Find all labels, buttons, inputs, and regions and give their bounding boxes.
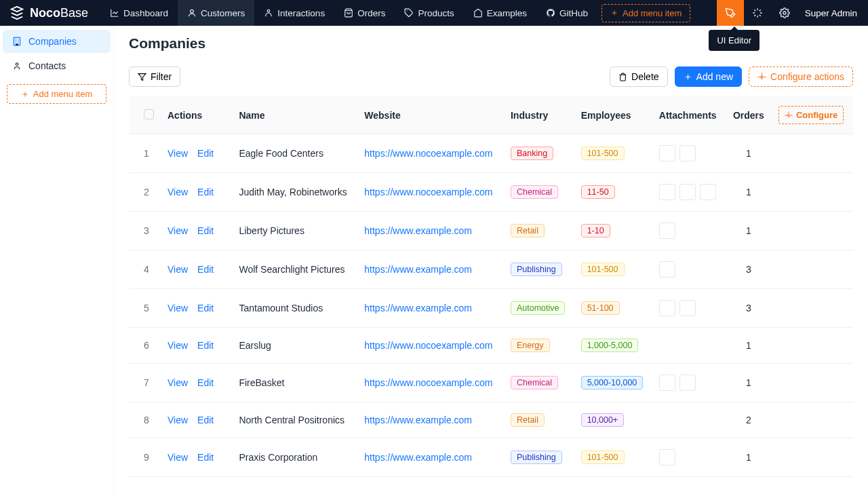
- table-row: 6 ViewEdit Earslug https://www.nocoexamp…: [129, 328, 853, 364]
- brand-logo[interactable]: NocoBase: [0, 5, 100, 20]
- attachment-thumb[interactable]: [659, 449, 675, 465]
- row-attachments: [652, 289, 726, 328]
- ui-editor-button[interactable]: [717, 0, 744, 26]
- view-link[interactable]: View: [167, 264, 188, 275]
- attachment-thumb[interactable]: [679, 184, 696, 200]
- view-link[interactable]: View: [167, 415, 188, 425]
- tooltip: UI Editor: [709, 30, 760, 51]
- svg-point-0: [191, 9, 194, 13]
- website-link[interactable]: https://www.nocoexample.com: [364, 187, 492, 197]
- sidebar-item-companies[interactable]: Companies: [3, 30, 111, 53]
- col-employees: Employees: [574, 96, 652, 134]
- top-nav: DashboardCustomersInteractionsOrdersProd…: [100, 0, 597, 26]
- plugins-button[interactable]: [744, 0, 771, 26]
- row-number: 5: [129, 289, 161, 328]
- edit-link[interactable]: Edit: [197, 340, 214, 351]
- gear-icon: [757, 73, 766, 81]
- sidebar-item-contacts[interactable]: Contacts: [3, 54, 111, 77]
- attachment-thumb[interactable]: [659, 300, 675, 316]
- row-number: 9: [129, 438, 161, 477]
- edit-link[interactable]: Edit: [197, 187, 214, 197]
- website-link[interactable]: https://www.example.com: [364, 264, 472, 275]
- attachment-thumb[interactable]: [659, 184, 675, 200]
- nav-orders[interactable]: Orders: [334, 0, 395, 26]
- user-icon: [187, 8, 197, 18]
- row-employees: 10,000+: [574, 402, 652, 438]
- row-actions: ViewEdit: [161, 134, 232, 173]
- view-link[interactable]: View: [167, 225, 188, 236]
- add-new-button[interactable]: Add new: [675, 66, 742, 87]
- row-website: https://www.example.com: [357, 289, 504, 328]
- attachment-thumb[interactable]: [679, 300, 696, 316]
- edit-link[interactable]: Edit: [197, 225, 214, 236]
- filter-button[interactable]: Filter: [129, 66, 180, 87]
- plus-icon: [684, 73, 692, 81]
- select-all-checkbox[interactable]: [144, 109, 154, 119]
- sidebar: CompaniesContactsAdd menu item: [0, 26, 114, 496]
- edit-link[interactable]: Edit: [197, 264, 214, 275]
- website-link[interactable]: https://www.example.com: [364, 452, 472, 463]
- website-link[interactable]: https://www.example.com: [364, 303, 472, 313]
- user-menu[interactable]: Super Admin: [798, 8, 868, 18]
- attachment-thumb[interactable]: [679, 145, 696, 161]
- col-checkbox: [129, 96, 161, 134]
- nav-products[interactable]: Products: [395, 0, 463, 26]
- view-link[interactable]: View: [167, 187, 188, 197]
- col-industry: Industry: [504, 96, 574, 134]
- configure-columns-button[interactable]: Configure: [778, 106, 844, 124]
- industry-tag: Energy: [511, 339, 550, 352]
- row-website: https://www.example.com: [357, 250, 504, 289]
- nav-customers[interactable]: Customers: [178, 0, 254, 26]
- row-actions: ViewEdit: [161, 438, 232, 477]
- contact-icon: [12, 61, 22, 71]
- industry-tag: Retail: [511, 224, 545, 237]
- website-link[interactable]: https://www.example.com: [364, 225, 472, 236]
- view-link[interactable]: View: [167, 303, 188, 313]
- cart-icon: [344, 8, 353, 18]
- industry-tag: Banking: [511, 147, 553, 160]
- website-link[interactable]: https://www.example.com: [364, 415, 472, 425]
- website-link[interactable]: https://www.nocoexample.com: [364, 148, 492, 159]
- row-industry: Retail: [504, 402, 574, 438]
- view-link[interactable]: View: [167, 452, 188, 463]
- table-row: 9 ViewEdit Praxis Corporation https://ww…: [129, 438, 853, 477]
- row-number: 6: [129, 328, 161, 364]
- trash-icon: [618, 73, 627, 81]
- attachment-thumb[interactable]: [659, 145, 675, 161]
- nav-dashboard[interactable]: Dashboard: [100, 0, 178, 26]
- edit-link[interactable]: Edit: [197, 377, 214, 388]
- table-row: 3 ViewEdit Liberty Pictures https://www.…: [129, 212, 853, 250]
- row-website: https://www.nocoexample.com: [357, 134, 504, 173]
- edit-link[interactable]: Edit: [197, 415, 214, 425]
- row-attachments: [652, 438, 726, 477]
- row-employees: 1,000-5,000: [574, 328, 652, 364]
- view-link[interactable]: View: [167, 340, 188, 351]
- row-employees: 51-100: [574, 289, 652, 328]
- attachment-thumb[interactable]: [700, 184, 716, 200]
- attachment-thumb[interactable]: [659, 375, 675, 391]
- nav-examples[interactable]: Examples: [464, 0, 536, 26]
- add-menu-item-side[interactable]: Add menu item: [7, 84, 106, 104]
- nav-interactions[interactable]: Interactions: [254, 0, 334, 26]
- edit-link[interactable]: Edit: [197, 452, 214, 463]
- row-orders: 1: [726, 134, 772, 173]
- employees-tag: 101-500: [581, 147, 625, 160]
- view-link[interactable]: View: [167, 148, 188, 159]
- edit-link[interactable]: Edit: [197, 148, 214, 159]
- settings-button[interactable]: [771, 0, 798, 26]
- col-website: Website: [357, 96, 504, 134]
- plus-icon: [610, 9, 618, 17]
- attachment-thumb[interactable]: [659, 223, 675, 239]
- edit-link[interactable]: Edit: [197, 303, 214, 313]
- attachment-thumb[interactable]: [659, 261, 675, 278]
- attachment-thumb[interactable]: [679, 375, 696, 391]
- add-menu-item-top[interactable]: Add menu item: [601, 4, 690, 22]
- website-link[interactable]: https://www.nocoexample.com: [364, 340, 492, 351]
- delete-button[interactable]: Delete: [610, 66, 667, 87]
- website-link[interactable]: https://www.nocoexample.com: [364, 377, 492, 388]
- configure-actions-button[interactable]: Configure actions: [749, 66, 853, 87]
- row-website: https://www.nocoexample.com: [357, 328, 504, 364]
- view-link[interactable]: View: [167, 377, 188, 388]
- nav-github[interactable]: GitHub: [536, 0, 597, 26]
- svg-point-5: [16, 63, 18, 66]
